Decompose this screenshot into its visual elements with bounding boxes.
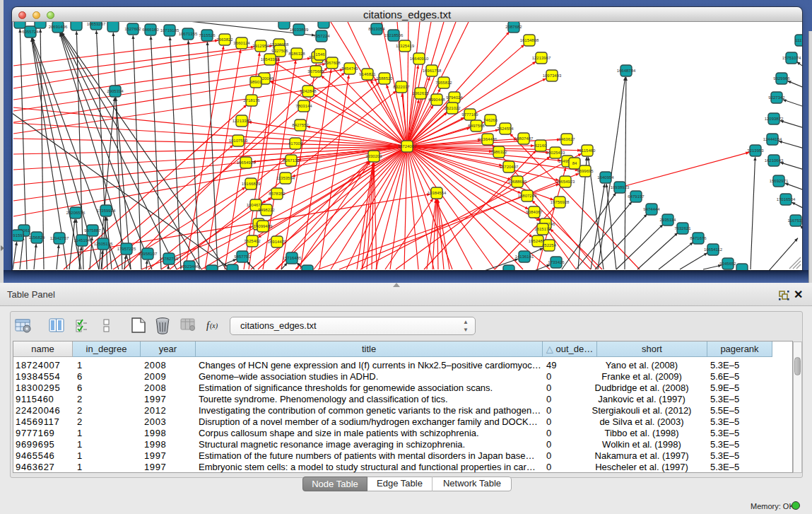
svg-text:2935114: 2935114 xyxy=(660,218,677,222)
svg-text:7955812: 7955812 xyxy=(435,81,452,85)
svg-text:15716485: 15716485 xyxy=(283,256,302,260)
svg-text:8186328: 8186328 xyxy=(288,52,305,56)
svg-text:20691406: 20691406 xyxy=(49,25,68,29)
svg-text:16961758: 16961758 xyxy=(423,69,442,73)
svg-text:2905334: 2905334 xyxy=(107,89,124,93)
svg-text:1362615: 1362615 xyxy=(412,91,429,95)
svg-text:10653267: 10653267 xyxy=(87,22,106,26)
svg-text:1615172: 1615172 xyxy=(534,227,551,231)
svg-text:62160: 62160 xyxy=(535,144,547,148)
svg-text:16154808: 16154808 xyxy=(520,38,539,42)
svg-text:417006: 417006 xyxy=(288,141,303,146)
svg-text:17016504: 17016504 xyxy=(777,197,796,201)
svg-text:19166829: 19166829 xyxy=(242,182,261,186)
svg-text:9084067: 9084067 xyxy=(526,210,543,214)
svg-text:17957225: 17957225 xyxy=(117,247,136,251)
svg-text:1588520: 1588520 xyxy=(376,76,393,81)
svg-text:9498222: 9498222 xyxy=(258,208,275,212)
svg-text:11353594: 11353594 xyxy=(276,176,295,180)
svg-text:(x): (x) xyxy=(210,322,218,330)
svg-text:2718176: 2718176 xyxy=(243,98,260,103)
svg-text:16033809: 16033809 xyxy=(290,28,309,32)
svg-text:19218506: 19218506 xyxy=(384,33,404,37)
svg-text:9975887: 9975887 xyxy=(84,228,101,233)
svg-text:1621022: 1621022 xyxy=(444,106,461,110)
svg-text:10719185: 10719185 xyxy=(160,28,180,33)
svg-text:8322037: 8322037 xyxy=(393,85,410,89)
svg-text:9474444: 9474444 xyxy=(643,207,660,211)
svg-text:1167533: 1167533 xyxy=(788,218,802,223)
svg-text:20206576: 20206576 xyxy=(66,211,86,215)
svg-text:8427552: 8427552 xyxy=(292,123,309,127)
svg-text:16914479: 16914479 xyxy=(268,240,287,244)
svg-text:17359924: 17359924 xyxy=(97,209,116,213)
svg-text:9245652: 9245652 xyxy=(719,262,736,266)
svg-text:3213953: 3213953 xyxy=(747,148,764,153)
svg-text:19654925: 19654925 xyxy=(237,160,256,165)
svg-text:9227342: 9227342 xyxy=(768,95,785,100)
svg-text:12923446: 12923446 xyxy=(180,264,199,269)
svg-text:6479197: 6479197 xyxy=(628,194,645,199)
svg-text:1546: 1546 xyxy=(315,52,325,57)
svg-text:2367608: 2367608 xyxy=(324,61,341,65)
svg-text:14099489: 14099489 xyxy=(254,224,273,228)
svg-text:8813054: 8813054 xyxy=(368,27,385,31)
svg-text:10688609: 10688609 xyxy=(508,180,527,184)
svg-text:746266: 746266 xyxy=(483,118,498,122)
svg-text:10807487: 10807487 xyxy=(514,136,534,141)
svg-text:10654112: 10654112 xyxy=(704,247,723,252)
svg-text:1145194: 1145194 xyxy=(74,238,91,243)
svg-text:9146821: 9146821 xyxy=(359,72,376,76)
svg-text:9457791: 9457791 xyxy=(234,255,251,259)
svg-text:8578352: 8578352 xyxy=(269,192,286,196)
svg-text:7986322: 7986322 xyxy=(490,150,507,154)
svg-text:15751074: 15751074 xyxy=(782,56,801,60)
svg-text:252254: 252254 xyxy=(542,243,557,247)
svg-text:3624554: 3624554 xyxy=(497,127,514,131)
svg-text:1733426: 1733426 xyxy=(548,260,565,264)
svg-text:10025433: 10025433 xyxy=(546,151,565,155)
svg-text:3660124: 3660124 xyxy=(233,41,250,45)
svg-text:6990448: 6990448 xyxy=(428,98,445,102)
svg-text:16640910: 16640910 xyxy=(410,57,429,61)
svg-text:12942757: 12942757 xyxy=(50,236,69,240)
svg-text:9329966: 9329966 xyxy=(773,76,790,81)
svg-text:18807249: 18807249 xyxy=(518,194,537,198)
svg-text:12505135: 12505135 xyxy=(94,242,113,246)
svg-text:9327506: 9327506 xyxy=(271,49,288,53)
svg-text:1527602: 1527602 xyxy=(124,27,141,31)
svg-text:8454749: 8454749 xyxy=(341,66,358,71)
svg-text:19654923: 19654923 xyxy=(556,180,575,184)
svg-text:19756928: 19756928 xyxy=(551,200,570,204)
svg-text:10958107: 10958107 xyxy=(139,252,158,256)
svg-text:7803144: 7803144 xyxy=(295,104,312,108)
svg-text:21364486: 21364486 xyxy=(478,137,498,141)
svg-text:3912954: 3912954 xyxy=(252,44,269,48)
svg-text:12213383: 12213383 xyxy=(233,119,252,123)
svg-text:15720407: 15720407 xyxy=(500,165,519,169)
svg-text:10938923: 10938923 xyxy=(611,185,630,189)
svg-text:9794024: 9794024 xyxy=(446,95,463,100)
svg-text:16210643: 16210643 xyxy=(765,158,784,163)
svg-text:391591: 391591 xyxy=(13,233,25,238)
svg-text:2087682: 2087682 xyxy=(505,25,522,29)
svg-text:16782759: 16782759 xyxy=(160,257,179,261)
svg-text:9777169: 9777169 xyxy=(461,112,478,117)
svg-text:6055724: 6055724 xyxy=(22,30,39,34)
svg-text:12444154: 12444154 xyxy=(763,137,782,141)
svg-text:15692971: 15692971 xyxy=(770,179,789,183)
svg-text:9242848: 9242848 xyxy=(300,89,317,93)
svg-text:8267130: 8267130 xyxy=(283,158,300,163)
svg-text:1640954: 1640954 xyxy=(597,175,614,180)
svg-text:11325419: 11325419 xyxy=(396,44,415,48)
svg-text:6466160: 6466160 xyxy=(142,28,159,32)
svg-text:84: 84 xyxy=(572,161,577,165)
svg-text:11173: 11173 xyxy=(795,38,802,42)
svg-text:7663822: 7663822 xyxy=(216,37,233,42)
svg-text:16648784: 16648784 xyxy=(617,69,636,73)
svg-text:9463627: 9463627 xyxy=(558,137,575,141)
svg-text:7632621: 7632621 xyxy=(674,226,691,230)
svg-text:12093872: 12093872 xyxy=(765,117,784,121)
svg-text:9699695: 9699695 xyxy=(577,169,594,173)
svg-text:2330203: 2330203 xyxy=(365,154,382,158)
